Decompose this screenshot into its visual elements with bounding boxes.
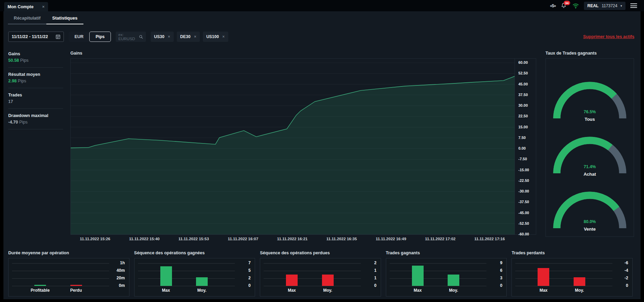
asset-tag-label: DE30	[180, 34, 191, 39]
mini-gridline	[138, 278, 235, 279]
deposit-icon[interactable]: «$»	[550, 3, 556, 8]
search-placeholder: ex: EURUSD	[118, 33, 139, 41]
unit-option-eur[interactable]: EUR	[69, 32, 89, 42]
y-axis-label: 37.50	[518, 93, 528, 97]
gauge-value: 71.4%	[549, 164, 631, 169]
tab-statistiques[interactable]: Statistiques	[46, 15, 83, 24]
mini-chart-panel[interactable]: -6-4-20MaxMoy.	[511, 258, 633, 297]
gains-chart-y-axis: 60.0052.5045.0037.5030.0022.5015.007.500…	[515, 59, 536, 234]
notifications-bell[interactable]: 34	[561, 2, 567, 9]
main-chart-title: Gains	[70, 51, 82, 56]
win-rate-panel: 76.5%Tous71.4%Achat80.0%Vente	[545, 58, 634, 237]
gauge-label: Vente	[549, 226, 631, 232]
remove-tag-icon[interactable]: ×	[194, 34, 196, 39]
gains-chart[interactable]: 60.0052.5045.0037.5030.0022.5015.007.500…	[70, 58, 536, 235]
mini-chart-panel[interactable]: 7520MaxMoy.	[134, 258, 255, 297]
mini-chart-title: Séquence des opérations gagnées	[134, 251, 255, 256]
gauge-label: Achat	[549, 172, 631, 177]
mini-gridline	[515, 286, 612, 286]
mini-tick-label: 3	[488, 276, 502, 280]
gains-chart-x-axis: 11.11.2022 15:2611.11.2022 15:4011.11.20…	[70, 237, 514, 241]
mini-gridline	[12, 286, 109, 286]
date-range-picker[interactable]: 11/11/22 - 11/11/22	[8, 32, 64, 42]
mini-bar	[286, 275, 298, 286]
mini-chart-panel[interactable]: 2110MaxMoy.	[260, 258, 381, 297]
stat-label: Drawdown maximal	[8, 113, 63, 118]
gauge-achat: 71.4%Achat	[549, 129, 631, 181]
mini-tick-label: 0m	[111, 283, 125, 288]
mini-gridline	[12, 278, 109, 279]
account-tab[interactable]: Mon Compte ×	[4, 2, 48, 11]
mini-tick-label: 0	[614, 283, 628, 288]
mini-bar	[196, 277, 208, 286]
mini-category-label: Perdu	[57, 288, 95, 293]
mini-gridline	[12, 271, 109, 271]
mini-gridline	[138, 271, 235, 271]
y-axis-label: 15.00	[518, 125, 528, 129]
mini-chart: Trades perdants-6-4-20MaxMoy.	[511, 251, 633, 297]
mini-tick-label: 0	[236, 283, 251, 288]
y-axis-label: 60.00	[518, 60, 528, 65]
search-icon	[139, 35, 143, 39]
gauge-tous: 76.5%Tous	[549, 74, 631, 126]
account-selector[interactable]: REAL 1173724 ▾	[584, 2, 625, 10]
y-axis-label: 7.50	[518, 136, 526, 140]
mini-chart: Séquence des opérations gagnées7520MaxMo…	[134, 251, 255, 297]
mini-tick-label: 2	[236, 276, 251, 280]
mini-chart-title: Trades perdants	[511, 251, 633, 256]
clear-all-assets-link[interactable]: Supprimer tous les actifs	[583, 34, 634, 39]
chevron-down-icon: ▾	[620, 4, 622, 8]
menu-icon[interactable]	[630, 3, 637, 8]
mini-chart-panel[interactable]: 1h40m20m0mProfitablePerdu	[8, 258, 129, 297]
mini-gridline	[390, 271, 487, 271]
mini-category-label: Max	[399, 288, 437, 293]
mini-chart-title: Durée moyenne par opération	[8, 251, 129, 256]
y-axis-label: -60.00	[518, 232, 529, 236]
wifi-icon[interactable]	[572, 3, 579, 9]
mini-gridline	[264, 263, 361, 264]
mini-tick-label: 20m	[111, 276, 125, 280]
mini-tick-label: -4	[614, 268, 628, 273]
asset-tag-label: US100	[206, 34, 219, 39]
mini-tick-label: 9	[488, 260, 502, 265]
mini-chart: Durée moyenne par opération1h40m20m0mPro…	[8, 251, 129, 297]
stat-label: Trades	[8, 93, 63, 97]
unit-option-pips[interactable]: Pips	[89, 32, 111, 42]
mini-gridline	[390, 286, 487, 286]
x-axis-label: 11.11.2022 16:35	[317, 237, 366, 241]
asset-tag-label: US30	[154, 34, 164, 39]
notification-badge: 34	[564, 1, 570, 5]
gauge-value: 76.5%	[549, 109, 631, 114]
mini-tick-label: 7	[236, 260, 251, 265]
mini-bar	[412, 266, 424, 286]
asset-tag[interactable]: US100×	[203, 32, 228, 42]
mini-chart-title: Séquence des opérations perdues	[260, 251, 381, 256]
mini-charts-row: Durée moyenne par opération1h40m20m0mPro…	[8, 251, 633, 297]
mini-tick-label: 0	[362, 283, 377, 288]
mini-bar	[322, 275, 334, 286]
app-window: Mon Compte × «$» 34 REAL 1173724 ▾	[0, 0, 644, 302]
stat-value: -4.70 Pips	[8, 120, 63, 125]
mini-chart-panel[interactable]: 9630MaxMoy.	[386, 258, 507, 297]
divider	[8, 67, 63, 68]
mini-gridline	[390, 263, 487, 264]
close-icon[interactable]: ×	[42, 4, 45, 9]
section-tabs: Récapitulatif Statistiques	[8, 15, 83, 24]
x-axis-label: 11.11.2022 16:49	[366, 237, 416, 241]
y-axis-label: 52.50	[518, 71, 528, 75]
mini-tick-label: 2	[362, 260, 377, 265]
mini-category-label: Max	[525, 288, 562, 293]
top-bar: Mon Compte × «$» 34 REAL 1173724 ▾	[0, 0, 644, 11]
remove-tag-icon[interactable]: ×	[222, 34, 225, 39]
mini-gridline	[138, 286, 235, 286]
remove-tag-icon[interactable]: ×	[168, 34, 170, 39]
win-rate-title: Taux de Trades gagnants	[545, 51, 597, 56]
mini-bar	[538, 268, 549, 286]
asset-tag[interactable]: US30×	[151, 32, 174, 42]
x-axis-label: 11.11.2022 15:26	[70, 237, 120, 241]
asset-tag[interactable]: DE30×	[177, 32, 200, 42]
symbol-search[interactable]: ex: EURUSD	[116, 32, 146, 42]
tab-recapitulatif[interactable]: Récapitulatif	[8, 15, 46, 24]
mini-gridline	[12, 263, 109, 264]
gauge-vente: 80.0%Vente	[549, 184, 631, 236]
